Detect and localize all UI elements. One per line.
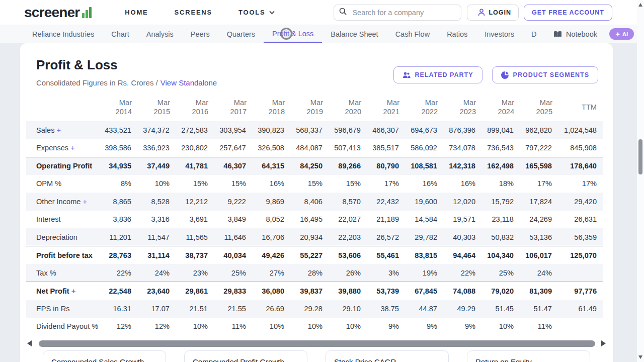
cell-value: 26% [323, 264, 361, 282]
cell-value: 39,837 [285, 282, 323, 300]
cell-value: 89,266 [323, 157, 361, 175]
cell-value: 586,092 [399, 139, 438, 157]
cell-value: 51.45 [476, 300, 514, 318]
cell-value: 3,691 [170, 211, 208, 229]
cell-value: 94,464 [438, 246, 476, 264]
cell-value: 596,679 [323, 121, 361, 139]
scroll-up-arrow[interactable] [638, 3, 642, 7]
cell-value: 28% [285, 264, 323, 282]
cell-value: 29,782 [399, 228, 438, 246]
row-label: Profit before tax [26, 246, 94, 264]
cell-value: 257,647 [208, 139, 247, 157]
company-search[interactable] [334, 5, 461, 21]
tab-chart[interactable]: Chart [103, 25, 137, 43]
expand-icon[interactable]: + [55, 126, 61, 134]
row-label: Operating Profit [26, 157, 94, 175]
profit-loss-section: Profit & Loss Consolidated Figures in Rs… [20, 43, 613, 362]
cell-value: 14,584 [399, 211, 438, 229]
vertical-scroll-thumb[interactable] [638, 139, 642, 174]
notebook-button[interactable]: Notebook [549, 30, 597, 38]
user-icon [478, 9, 485, 16]
vertical-scrollbar[interactable] [637, 0, 644, 362]
expand-icon[interactable]: + [69, 287, 76, 295]
row-label[interactable]: Sales + [26, 121, 94, 139]
summary-card: Return on Equity [467, 350, 590, 362]
cell-value: 1,024,548 [552, 121, 603, 139]
cell-value: 22,548 [94, 282, 132, 300]
tab-cash-flow[interactable]: Cash Flow [387, 25, 439, 43]
scroll-left-arrow[interactable] [27, 340, 32, 346]
subnav-right: Notebook AI [549, 25, 634, 43]
sparkle-icon [615, 32, 620, 37]
tab-quarters[interactable]: Quarters [218, 25, 264, 43]
cell-value: 22% [94, 264, 132, 282]
cell-value: 734,078 [438, 139, 476, 157]
cell-value: 56,359 [552, 228, 603, 246]
table-row: Other Income +8,8658,52812,2129,2229,869… [26, 193, 603, 211]
cell-value: 15% [170, 175, 208, 193]
tab-peers[interactable]: Peers [182, 25, 218, 43]
cell-value: 22% [438, 264, 476, 282]
nav-item-screens[interactable]: SCREENS [162, 9, 225, 16]
horizontal-scroll-track[interactable] [37, 340, 597, 347]
get-free-account-button[interactable]: GET FREE ACCOUNT [524, 5, 612, 21]
cell-value: 29,861 [170, 282, 208, 300]
cell-value: 694,673 [399, 121, 438, 139]
cell-value: 899,041 [476, 121, 514, 139]
product-segments-button[interactable]: PRODUCT SEGMENTS [492, 66, 598, 83]
cell-value: 29.10 [323, 300, 361, 318]
nav-item-tools[interactable]: TOOLS [225, 9, 288, 16]
cell-value: 326,508 [247, 139, 285, 157]
view-standalone-link[interactable]: View Standalone [160, 78, 217, 87]
expand-icon[interactable]: + [68, 144, 75, 152]
cell-value: 53,136 [514, 228, 552, 246]
pl-table-header-row: Mar2014Mar2015Mar2016Mar2017Mar2018Mar20… [26, 95, 603, 121]
cell-value: 9% [399, 318, 438, 336]
section-buttons: RELATED PARTY PRODUCT SEGMENTS [384, 66, 598, 83]
cell-value: 3,316 [132, 211, 170, 229]
cell-value: 55,227 [285, 246, 323, 264]
related-party-button[interactable]: RELATED PARTY [393, 66, 482, 83]
summary-cards-row: Compounded Sales GrowthCompounded Profit… [43, 350, 590, 362]
cell-value: 10% [476, 318, 514, 336]
cell-value: 29.28 [285, 300, 323, 318]
cell-value: 21.51 [170, 300, 208, 318]
cell-value: 24% [514, 264, 552, 282]
scroll-down-arrow[interactable] [638, 355, 642, 359]
cell-value: 19,571 [438, 211, 476, 229]
cell-value: 162,498 [476, 157, 514, 175]
cell-value: 55,461 [361, 246, 399, 264]
cell-value: 83,815 [399, 246, 438, 264]
cell-value: 11% [514, 318, 552, 336]
tab-reliance-industries[interactable]: Reliance Industries [24, 25, 103, 43]
cell-value: 22,432 [361, 193, 399, 211]
row-label[interactable]: Expenses + [26, 139, 94, 157]
cell-value: 64,315 [247, 157, 285, 175]
tab-ratios[interactable]: Ratios [438, 25, 476, 43]
tab-analysis[interactable]: Analysis [138, 25, 182, 43]
tab-balance-sheet[interactable]: Balance Sheet [322, 25, 386, 43]
row-label[interactable]: Other Income + [26, 193, 94, 211]
expand-icon[interactable]: + [80, 198, 87, 206]
row-label[interactable]: Net Profit + [26, 282, 94, 300]
column-header: Mar2017 [208, 95, 247, 121]
screener-logo[interactable]: screener [24, 6, 92, 19]
cell-value: 466,307 [361, 121, 399, 139]
cell-value: 797,222 [514, 139, 552, 157]
search-input[interactable] [351, 8, 456, 17]
horizontal-scroll-thumb[interactable] [39, 340, 595, 347]
cell-value: 22,203 [323, 228, 361, 246]
tab-profit-loss[interactable]: Profit & Loss [264, 25, 322, 43]
scroll-right-arrow[interactable] [601, 340, 606, 346]
cell-value: 16% [438, 175, 476, 193]
column-header: TTM [552, 95, 603, 121]
cell-value: 303,954 [208, 121, 247, 139]
column-header: Mar2021 [361, 95, 399, 121]
column-header: Mar2014 [94, 95, 132, 121]
column-header: Mar2023 [438, 95, 476, 121]
cell-value: 49,426 [247, 246, 285, 264]
logo-text: screener [24, 6, 79, 19]
nav-item-home[interactable]: HOME [112, 9, 161, 16]
ai-button[interactable]: AI [609, 28, 634, 40]
login-button[interactable]: LOGIN [467, 5, 519, 21]
